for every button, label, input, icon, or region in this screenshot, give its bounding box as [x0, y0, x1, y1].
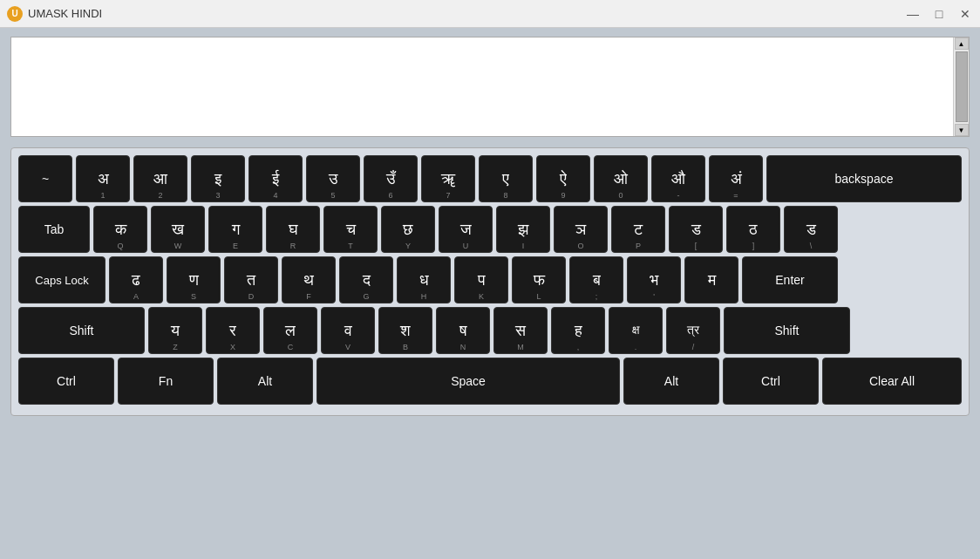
- maximize-button[interactable]: □: [931, 6, 947, 22]
- key-slash[interactable]: त्र /: [666, 307, 720, 354]
- key-ctrl-left[interactable]: Ctrl: [18, 358, 114, 405]
- key-backslash[interactable]: ड \: [784, 206, 838, 253]
- key-semicolon[interactable]: ब ;: [569, 256, 623, 303]
- hindi-text-input[interactable]: [11, 37, 953, 136]
- key-x[interactable]: र X: [206, 307, 260, 354]
- key-alt-right[interactable]: Alt: [623, 358, 719, 405]
- scrollbar-thumb[interactable]: [956, 51, 968, 122]
- key-tab[interactable]: Tab: [18, 206, 90, 253]
- key-bracket-right[interactable]: ठ ]: [726, 206, 780, 253]
- keyboard: ~ अ 1 आ 2 इ 3 ई 4 उ 5 उँ: [10, 147, 970, 416]
- key-f[interactable]: थ F: [282, 256, 336, 303]
- keyboard-row-5: Ctrl Fn Alt Space Alt Ctrl Clear All: [18, 358, 962, 405]
- key-h[interactable]: ध H: [397, 256, 451, 303]
- key-p[interactable]: ट P: [611, 206, 665, 253]
- key-fn[interactable]: Fn: [118, 358, 214, 405]
- key-m-extra[interactable]: म: [684, 256, 738, 303]
- key-enter[interactable]: Enter: [742, 256, 838, 303]
- key-clear-all[interactable]: Clear All: [822, 358, 962, 405]
- key-alt-left[interactable]: Alt: [217, 358, 313, 405]
- key-k[interactable]: प K: [454, 256, 508, 303]
- key-s[interactable]: ण S: [167, 256, 221, 303]
- key-r[interactable]: घ R: [266, 206, 320, 253]
- key-minus[interactable]: औ -: [651, 155, 705, 202]
- key-ctrl-right[interactable]: Ctrl: [723, 358, 819, 405]
- scrollbar-down[interactable]: ▼: [955, 124, 969, 136]
- close-button[interactable]: ✕: [957, 6, 973, 22]
- key-a[interactable]: ढ A: [109, 256, 163, 303]
- scrollbar-up[interactable]: ▲: [955, 37, 969, 50]
- key-space[interactable]: Space: [316, 358, 620, 405]
- text-area-container: ▲ ▼: [10, 37, 970, 137]
- minimize-button[interactable]: —: [905, 6, 921, 22]
- key-5[interactable]: उ 5: [306, 155, 360, 202]
- titlebar-left: U UMASK HINDI: [7, 6, 102, 22]
- key-q[interactable]: क Q: [93, 206, 147, 253]
- key-g[interactable]: द G: [339, 256, 393, 303]
- key-y[interactable]: छ Y: [381, 206, 435, 253]
- key-comma[interactable]: ह ,: [551, 307, 605, 354]
- key-period[interactable]: क्ष .: [609, 307, 663, 354]
- key-bracket-left[interactable]: ड [: [669, 206, 723, 253]
- key-4[interactable]: ई 4: [248, 155, 303, 202]
- keyboard-row-2: Tab क Q ख W ग E घ R च T छ: [18, 206, 962, 253]
- keyboard-row-3: Caps Lock ढ A ण S त D थ F द G: [18, 256, 962, 303]
- key-b[interactable]: श B: [378, 307, 432, 354]
- key-o[interactable]: ञ O: [554, 206, 608, 253]
- app-icon: U: [7, 6, 23, 22]
- keyboard-row-1: ~ अ 1 आ 2 इ 3 ई 4 उ 5 उँ: [18, 155, 962, 202]
- key-2[interactable]: आ 2: [133, 155, 187, 202]
- main-area: ▲ ▼ ~ अ 1 आ 2 इ 3 ई 4: [0, 28, 980, 559]
- key-9[interactable]: ऐ 9: [536, 155, 590, 202]
- key-m[interactable]: स M: [493, 307, 548, 354]
- key-t[interactable]: च T: [323, 206, 378, 253]
- key-equal[interactable]: अं =: [709, 155, 763, 202]
- key-7[interactable]: ॠ 7: [421, 155, 475, 202]
- key-l[interactable]: फ L: [512, 256, 566, 303]
- key-u[interactable]: ज U: [439, 206, 493, 253]
- scrollbar: ▲ ▼: [953, 37, 969, 136]
- key-c[interactable]: ल C: [263, 307, 317, 354]
- titlebar-controls: — □ ✕: [905, 6, 973, 22]
- titlebar: U UMASK HINDI — □ ✕: [0, 0, 980, 28]
- app-title: UMASK HINDI: [28, 7, 102, 20]
- key-n[interactable]: ष N: [436, 307, 490, 354]
- key-1[interactable]: अ 1: [76, 155, 130, 202]
- key-shift-left[interactable]: Shift: [18, 307, 145, 354]
- key-tilde[interactable]: ~: [18, 155, 72, 202]
- key-0[interactable]: ओ 0: [594, 155, 648, 202]
- key-z[interactable]: य Z: [148, 307, 202, 354]
- key-i[interactable]: झ I: [496, 206, 550, 253]
- key-w[interactable]: ख W: [151, 206, 205, 253]
- key-8[interactable]: ए 8: [479, 155, 533, 202]
- key-v[interactable]: व V: [321, 307, 375, 354]
- key-caps-lock[interactable]: Caps Lock: [18, 256, 105, 303]
- key-quote[interactable]: भ ': [627, 256, 681, 303]
- key-shift-right[interactable]: Shift: [724, 307, 850, 354]
- key-6[interactable]: उँ 6: [364, 155, 418, 202]
- key-e[interactable]: ग E: [208, 206, 262, 253]
- key-3[interactable]: इ 3: [191, 155, 245, 202]
- keyboard-row-4: Shift य Z र X ल C व V श B ष: [18, 307, 962, 354]
- key-backspace[interactable]: backspace: [766, 155, 962, 202]
- key-d[interactable]: त D: [224, 256, 278, 303]
